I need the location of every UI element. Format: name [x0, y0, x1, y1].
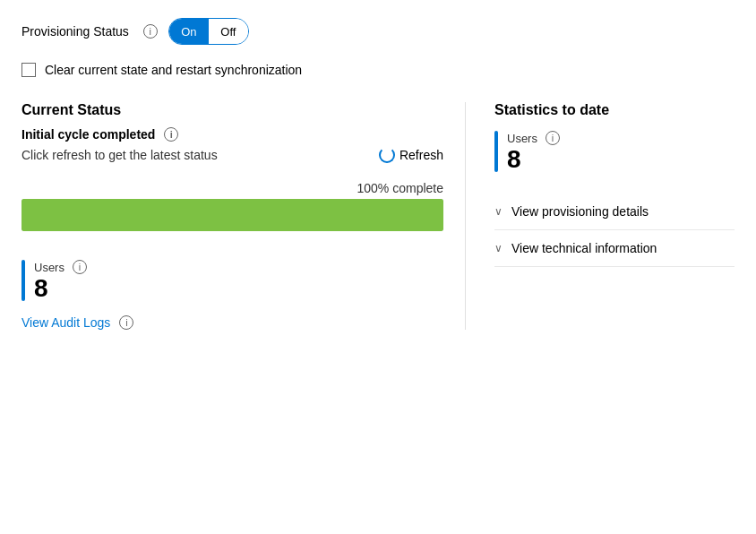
users-section-bottom: Users i 8	[21, 260, 443, 301]
clear-state-label: Clear current state and restart synchron…	[45, 63, 302, 77]
stats-users-count: 8	[507, 147, 560, 172]
view-provisioning-details-row[interactable]: ∨ View provisioning details	[494, 194, 735, 230]
provisioning-status-label: Provisioning Status	[21, 24, 129, 39]
view-provisioning-details-label: View provisioning details	[511, 204, 649, 219]
cycle-info-icon[interactable]: i	[164, 127, 178, 142]
chevron-technical-icon: ∨	[494, 242, 503, 254]
users-bar-accent	[21, 260, 25, 301]
current-status-title: Current Status	[21, 102, 443, 118]
toggle-on-button[interactable]: On	[169, 19, 209, 44]
on-off-toggle[interactable]: On Off	[168, 18, 249, 45]
refresh-label: Refresh	[399, 148, 443, 162]
refresh-row: Click refresh to get the latest status R…	[21, 147, 443, 163]
stats-title: Statistics to date	[494, 102, 735, 118]
progress-bar-container	[21, 199, 443, 231]
cycle-row: Initial cycle completed i	[21, 127, 443, 142]
left-panel: Current Status Initial cycle completed i…	[21, 102, 466, 330]
stats-users-label: Users	[507, 132, 537, 145]
cycle-label: Initial cycle completed	[21, 127, 155, 142]
stats-users-bar-accent	[494, 131, 498, 172]
main-content: Current Status Initial cycle completed i…	[21, 102, 735, 330]
view-technical-information-label: View technical information	[511, 241, 657, 255]
users-count-bottom: 8	[34, 276, 87, 301]
refresh-icon	[379, 147, 395, 163]
users-label: Users	[34, 261, 64, 274]
provisioning-status-info-icon[interactable]: i	[143, 24, 158, 39]
stats-users-info-icon[interactable]: i	[546, 131, 560, 145]
stats-users-label-row: Users i	[507, 131, 560, 145]
provisioning-status-row: Provisioning Status i On Off	[21, 18, 735, 45]
toggle-off-button[interactable]: Off	[209, 19, 248, 44]
chevron-provisioning-icon: ∨	[494, 205, 503, 218]
refresh-button[interactable]: Refresh	[379, 147, 443, 163]
clear-state-row[interactable]: Clear current state and restart synchron…	[21, 63, 735, 77]
progress-label: 100% complete	[21, 181, 443, 195]
right-panel: Statistics to date Users i 8 ∨ View prov…	[466, 102, 735, 330]
audit-logs-info-icon[interactable]: i	[119, 315, 133, 330]
audit-logs-link[interactable]: View Audit Logs i	[21, 315, 443, 330]
users-content: Users i 8	[34, 260, 87, 301]
users-label-row: Users i	[34, 260, 87, 274]
users-info-icon-bottom[interactable]: i	[73, 260, 87, 274]
audit-logs-label: View Audit Logs	[21, 315, 110, 330]
clear-state-checkbox[interactable]	[21, 63, 36, 77]
view-technical-information-row[interactable]: ∨ View technical information	[494, 230, 735, 267]
stats-users-content: Users i 8	[507, 131, 560, 172]
progress-bar-fill	[21, 199, 443, 231]
refresh-hint-text: Click refresh to get the latest status	[21, 148, 218, 162]
stats-users-section: Users i 8	[494, 131, 735, 172]
